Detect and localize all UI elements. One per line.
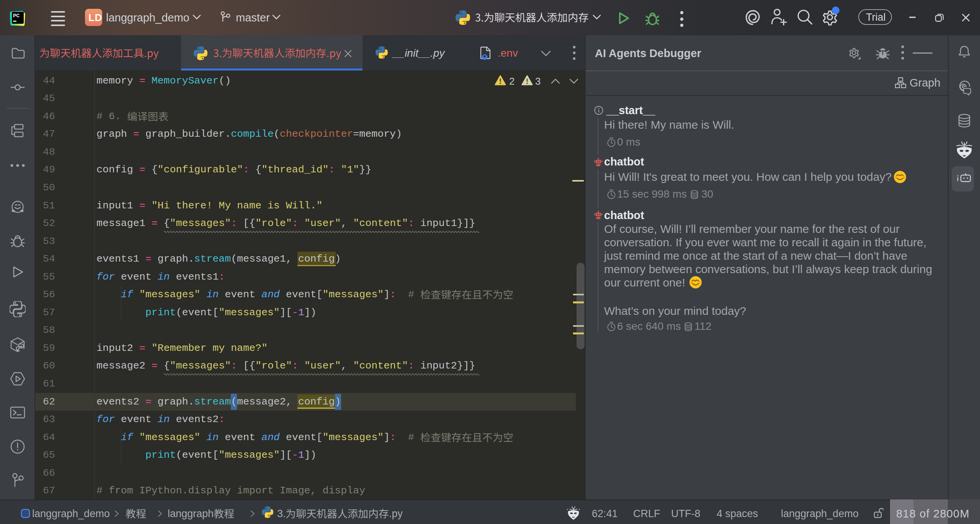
svg-text:PC: PC (13, 13, 20, 18)
